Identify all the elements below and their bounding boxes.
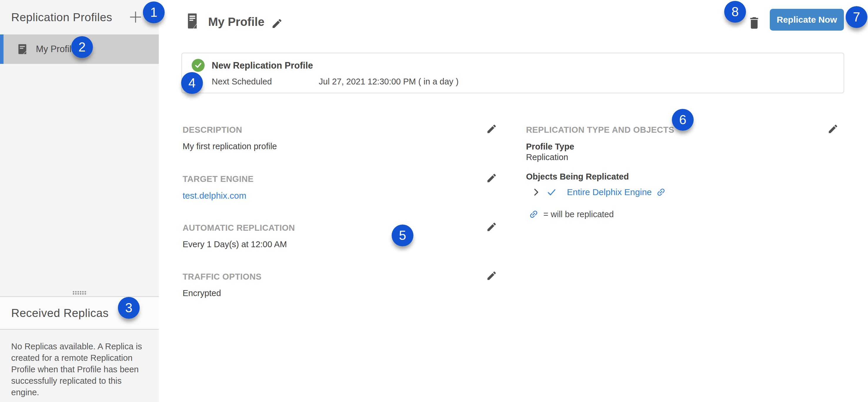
pencil-icon: [486, 172, 497, 184]
next-scheduled-label: Next Scheduled: [212, 77, 272, 87]
pencil-icon: [271, 18, 283, 29]
replicated-object-row: Entire Delphix Engine: [531, 187, 666, 198]
annotation-1: 1: [143, 1, 165, 23]
plus-icon: [128, 10, 143, 24]
replicate-now-button[interactable]: Replicate Now: [770, 9, 844, 31]
annotation-2: 2: [71, 36, 93, 58]
received-replicas-empty-text: No Replicas available. A Replica is crea…: [11, 341, 144, 398]
sidebar: Replication Profiles My Profile Received…: [0, 0, 159, 402]
link-icon: [656, 187, 666, 197]
divider: [0, 329, 159, 329]
legend-text: = will be replicated: [544, 209, 614, 219]
next-scheduled-value: Jul 27, 2021 12:30:00 PM ( in a day ): [319, 77, 459, 87]
page-title: My Profile: [208, 15, 264, 29]
trash-icon: [747, 15, 761, 31]
edit-target-engine-button[interactable]: [486, 172, 497, 184]
edit-profile-name-button[interactable]: [271, 18, 283, 29]
annotation-3: 3: [118, 297, 140, 319]
expand-object-button[interactable]: [531, 187, 541, 197]
link-icon: [529, 209, 539, 219]
selected-accent-bar: [0, 34, 3, 64]
target-engine-section: TARGET ENGINE test.delphix.com: [183, 174, 497, 184]
status-card-title: New Replication Profile: [212, 60, 313, 71]
pencil-icon: [828, 123, 839, 135]
pencil-icon: [486, 123, 497, 135]
replication-profile-icon: [17, 43, 28, 55]
target-engine-link[interactable]: test.delphix.com: [183, 191, 246, 200]
check-icon: [546, 187, 557, 198]
edit-automatic-replication-button[interactable]: [486, 221, 497, 232]
annotation-5: 5: [392, 225, 413, 246]
success-check-icon: [192, 59, 205, 72]
profile-type-label: Profile Type: [526, 142, 574, 151]
replication-type-label: REPLICATION TYPE AND OBJECTS: [526, 125, 674, 135]
replication-type-section: REPLICATION TYPE AND OBJECTS Profile Typ…: [526, 125, 839, 231]
target-engine-label: TARGET ENGINE: [183, 174, 254, 184]
sidebar-resize-handle[interactable]: [72, 291, 87, 294]
sidebar-item-label: My Profile: [36, 44, 76, 54]
description-label: DESCRIPTION: [183, 125, 242, 135]
sidebar-title: Replication Profiles: [11, 11, 112, 24]
objects-being-replicated-label: Objects Being Replicated: [526, 172, 629, 181]
traffic-options-section: TRAFFIC OPTIONS Encrypted: [183, 272, 497, 282]
delete-profile-button[interactable]: [747, 15, 761, 31]
description-value: My first replication profile: [183, 142, 277, 151]
annotation-4: 4: [181, 72, 203, 94]
received-replicas-title: Received Replicas: [11, 307, 109, 320]
profile-type-value: Replication: [526, 152, 568, 162]
edit-replication-type-button[interactable]: [828, 123, 839, 135]
edit-traffic-options-button[interactable]: [486, 270, 497, 281]
automatic-replication-section: AUTOMATIC REPLICATION Every 1 Day(s) at …: [183, 223, 497, 233]
chevron-right-icon: [531, 187, 541, 197]
traffic-options-value: Encrypted: [183, 288, 221, 298]
annotation-8: 8: [724, 1, 746, 23]
entire-delphix-engine-link[interactable]: Entire Delphix Engine: [567, 187, 652, 197]
automatic-replication-label: AUTOMATIC REPLICATION: [183, 223, 295, 233]
annotation-7: 7: [846, 6, 867, 28]
description-section: DESCRIPTION My first replication profile: [183, 125, 497, 135]
pencil-icon: [486, 270, 497, 281]
add-profile-button[interactable]: [128, 10, 143, 24]
legend-row: = will be replicated: [529, 209, 614, 219]
edit-description-button[interactable]: [486, 123, 497, 135]
annotation-6: 6: [672, 109, 694, 131]
pencil-icon: [486, 221, 497, 232]
automatic-replication-value: Every 1 Day(s) at 12:00 AM: [183, 239, 287, 249]
status-card: New Replication Profile Next Scheduled J…: [181, 53, 844, 93]
traffic-options-label: TRAFFIC OPTIONS: [183, 272, 262, 282]
replication-profile-icon: [186, 12, 198, 29]
